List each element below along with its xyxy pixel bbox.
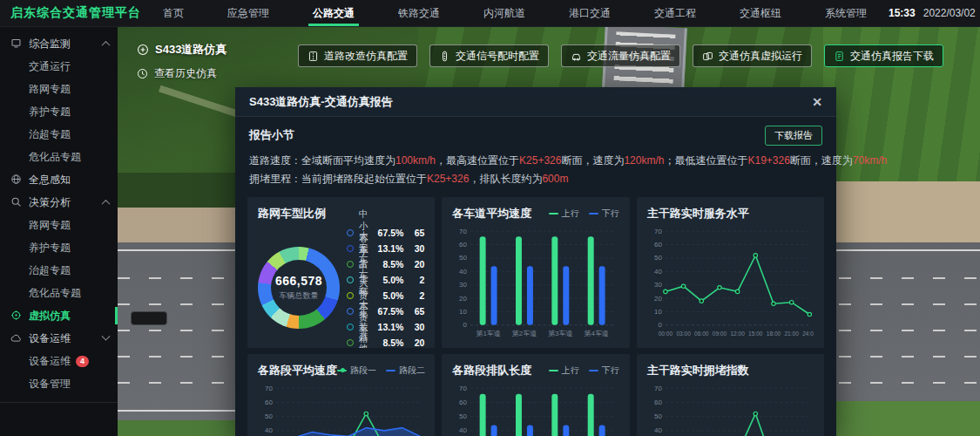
svg-text:第2车道: 第2车道 bbox=[512, 330, 537, 337]
svg-text:24:00: 24:00 bbox=[802, 330, 814, 337]
sidebar-item-label: 养护专题 bbox=[29, 105, 71, 119]
legend-item: 上行 bbox=[549, 364, 579, 377]
sidebar-item-decision-analysis[interactable]: 决策分析 bbox=[0, 191, 118, 214]
svg-text:60: 60 bbox=[459, 241, 467, 249]
nav-item-emergency[interactable]: 应急管理 bbox=[206, 0, 291, 26]
top-nav: 启东综合交通管理平台 首页应急管理公路交通铁路交通内河航道港口交通交通工程交通枢… bbox=[0, 0, 980, 27]
chevron-down-icon bbox=[102, 331, 111, 340]
signal-timing-config-button[interactable]: 交通信号配时配置 bbox=[429, 44, 549, 67]
donut-center-value: 666,578 bbox=[275, 274, 322, 288]
chart-legend: 路段一路段二 bbox=[337, 364, 425, 377]
chart-card-service-level: 主干路实时服务水平 01020304050607000:0003:0006:00… bbox=[637, 197, 824, 348]
sidebar-item-label: 养护专题 bbox=[29, 241, 71, 255]
nav-item-port[interactable]: 港口交通 bbox=[547, 0, 632, 26]
svg-text:30: 30 bbox=[459, 281, 467, 289]
road-reconstruction-sim-config-button[interactable]: 道路改造仿真配置 bbox=[298, 44, 417, 67]
sidebar-item-label: 综合监测 bbox=[29, 37, 71, 51]
sidebar-item-integrated-monitoring[interactable]: 综合监测 bbox=[0, 32, 118, 55]
nav-right: 15:33 2022/03/02 星期三 ? bbox=[889, 0, 980, 28]
view-history-link[interactable]: 查看历史仿真 bbox=[137, 66, 226, 81]
clock-date: 2022/03/02 bbox=[923, 7, 976, 19]
svg-text:00:00: 00:00 bbox=[658, 330, 672, 337]
svg-text:15:00: 15:00 bbox=[748, 330, 763, 337]
nav-item-railway[interactable]: 铁路交通 bbox=[376, 0, 462, 26]
legend-row: 其他8.5%20 bbox=[347, 335, 424, 348]
vr-icon bbox=[702, 51, 713, 62]
modal-header: S433道路仿真-交通仿真报告 ✕ bbox=[235, 87, 836, 117]
sidebar-item-roadnet-topic[interactable]: 路网专题 bbox=[0, 78, 118, 100]
view-history-text: 查看历史仿真 bbox=[154, 66, 217, 81]
sidebar-item-hazmat-topic[interactable]: 危化品专题 bbox=[0, 146, 118, 168]
globe-icon bbox=[10, 174, 23, 186]
sidebar-item-roadnet-topic-2[interactable]: 路网专题 bbox=[0, 214, 118, 236]
sim-name-label[interactable]: S433道路仿真 bbox=[137, 42, 226, 58]
sidebar-item-overload-topic[interactable]: 治超专题 bbox=[0, 123, 118, 146]
nav-item-highway[interactable]: 公路交通 bbox=[291, 0, 376, 26]
summary-line-road-speed: 道路速度：全域断面平均速度为100km/h，最高速位置位于K25+326断面，速… bbox=[249, 152, 822, 170]
sidebar-item-label: 交通运行 bbox=[29, 59, 71, 74]
svg-text:50: 50 bbox=[654, 412, 662, 420]
chart-title: 主干路实时拥堵指数 bbox=[647, 363, 749, 378]
sidebar-item-hazmat-topic-2[interactable]: 危化品专题 bbox=[0, 282, 118, 304]
chart-title: 各车道平均速度 bbox=[452, 206, 531, 221]
road-icon bbox=[308, 51, 319, 62]
close-icon[interactable]: ✕ bbox=[812, 96, 822, 108]
nav-item-hub[interactable]: 交通枢纽 bbox=[718, 0, 803, 26]
sidebar-item-device-management[interactable]: 设备管理 bbox=[0, 372, 118, 395]
sim-report-download-button[interactable]: 交通仿真报告下载 bbox=[824, 44, 943, 67]
sidebar-item-device-ops-sub[interactable]: 设备运维4 bbox=[0, 350, 118, 372]
legend-item: 上行 bbox=[549, 208, 579, 220]
vehicle-type-legend: 中小客车67.5%65大客车13.1%30小货车8.5%20中货车5.0%2大货… bbox=[347, 225, 424, 348]
app-logo: 启东综合交通管理平台 bbox=[0, 5, 141, 21]
sidebar-item-virtual-simulation[interactable]: 虚拟仿真 bbox=[0, 304, 118, 327]
sidebar-item-device-ops[interactable]: 设备运维 bbox=[0, 327, 118, 350]
chart-card-lane-speed: 各车道平均速度上行下行 010203040506070第1车道第2车道第3车道第… bbox=[442, 197, 629, 348]
traffic-flow-sim-config-button[interactable]: 交通流量仿真配置 bbox=[561, 44, 680, 67]
nav-item-home[interactable]: 首页 bbox=[141, 0, 206, 26]
download-report-button[interactable]: 下载报告 bbox=[765, 126, 822, 146]
legend-item: 下行 bbox=[589, 208, 619, 220]
vehicle-ratio-donut-chart: 666,578车辆总数量中小客车67.5%65大客车13.1%30小货车8.5%… bbox=[258, 225, 424, 342]
plus-circle-icon bbox=[137, 44, 149, 56]
legend-item: 路段一 bbox=[337, 364, 376, 377]
chart-card-vehicle-ratio: 路网车型比例 666,578车辆总数量中小客车67.5%65大客车13.1%30… bbox=[247, 197, 435, 348]
svg-text:50: 50 bbox=[654, 254, 662, 262]
sidebar-divider bbox=[0, 402, 118, 403]
svg-text:40: 40 bbox=[654, 426, 662, 434]
svg-text:12:00: 12:00 bbox=[730, 330, 745, 337]
svg-text:第3车道: 第3车道 bbox=[548, 330, 572, 337]
sidebar-item-label: 治超专题 bbox=[29, 263, 71, 278]
nav-item-system[interactable]: 系统管理 bbox=[803, 0, 889, 26]
chart-card-congestion-index: 主干路实时拥堵指数 010203040506070 bbox=[637, 354, 824, 436]
svg-text:40: 40 bbox=[265, 426, 273, 434]
svg-text:第4车道: 第4车道 bbox=[585, 330, 609, 337]
sidebar-item-holographic-sensing[interactable]: 全息感知 bbox=[0, 168, 118, 191]
congestion-index-line-chart: 010203040506070 bbox=[647, 381, 814, 436]
sidebar-item-overload-topic-2[interactable]: 治超专题 bbox=[0, 259, 118, 282]
sidebar-item-maintenance-topic[interactable]: 养护专题 bbox=[0, 100, 118, 123]
lane-speed-bar-chart: 010203040506070第1车道第2车道第3车道第4车道 bbox=[452, 224, 618, 341]
svg-text:70: 70 bbox=[265, 385, 273, 392]
map-vehicle bbox=[132, 312, 166, 324]
sidebar-item-traffic-operation[interactable]: 交通运行 bbox=[0, 55, 118, 78]
svg-text:40: 40 bbox=[654, 268, 662, 276]
sidebar-item-maintenance-topic-2[interactable]: 养护专题 bbox=[0, 236, 118, 259]
legend-item: 下行 bbox=[589, 364, 619, 377]
nav-item-waterway[interactable]: 内河航道 bbox=[462, 0, 547, 26]
report-section-header: 报告小节 下载报告 bbox=[235, 124, 836, 146]
sidebar-item-label: 路网专题 bbox=[29, 218, 71, 233]
sim-virtual-run-button[interactable]: 交通仿真虚拟运行 bbox=[693, 44, 812, 67]
nav-item-engineering[interactable]: 交通工程 bbox=[632, 0, 718, 26]
car-icon bbox=[571, 51, 582, 62]
sim-name-text: S433道路仿真 bbox=[155, 42, 226, 58]
report-summary: 道路速度：全域断面平均速度为100km/h，最高速位置位于K25+326断面，速… bbox=[235, 152, 836, 188]
sidebar: 综合监测交通运行路网专题养护专题治超专题危化品专题全息感知决策分析路网专题养护专… bbox=[0, 26, 118, 436]
clock-time: 15:33 bbox=[889, 7, 916, 19]
sidebar-item-label: 设备管理 bbox=[29, 377, 71, 392]
svg-text:50: 50 bbox=[459, 412, 467, 420]
legend-item: 路段二 bbox=[386, 364, 425, 377]
chart-title: 各路段排队长度 bbox=[452, 363, 531, 378]
chevron-up-icon bbox=[102, 40, 111, 49]
svg-text:第1车道: 第1车道 bbox=[476, 330, 501, 337]
chevron-up-icon bbox=[102, 199, 111, 208]
